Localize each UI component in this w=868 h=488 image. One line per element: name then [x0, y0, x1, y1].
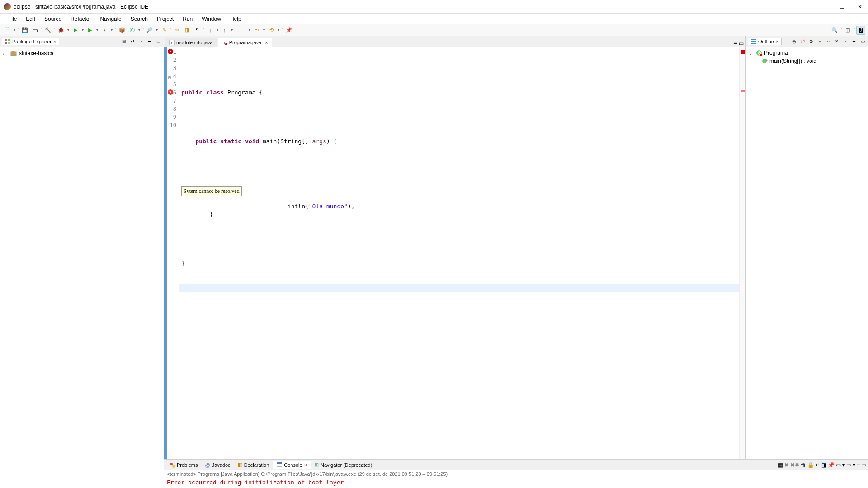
last-edit-icon[interactable]: ⟲ [267, 26, 276, 35]
menu-edit[interactable]: Edit [21, 14, 40, 23]
new-class-icon[interactable]: Ⓖ [127, 26, 137, 35]
terminate-icon[interactable]: ▦ [778, 462, 783, 468]
close-icon[interactable]: × [265, 40, 268, 45]
prev-annotation-icon[interactable]: ↑ [220, 26, 229, 35]
menu-run[interactable]: Run [178, 14, 197, 23]
search-icon[interactable]: ✎ [160, 26, 169, 35]
new-icon[interactable]: 📄 [3, 26, 12, 35]
hide-icon[interactable]: ⊘ [807, 38, 815, 45]
remove-all-icon[interactable]: ✖✖ [790, 462, 799, 468]
coverage-icon[interactable]: ▶ [85, 26, 94, 35]
editor-tab-programa[interactable]: J Programa.java × [218, 38, 272, 47]
problems-tab[interactable]: Problems [166, 461, 201, 469]
maximize-editor-icon[interactable]: ▭ [739, 40, 744, 47]
new-package-icon[interactable]: 📦 [118, 26, 127, 35]
ruler-error-icon[interactable] [741, 50, 745, 54]
pin-console-icon[interactable]: 📌 [828, 462, 835, 468]
dropdown-icon[interactable]: ▾ [248, 28, 251, 32]
toggle-mark-icon[interactable]: ✏ [173, 26, 182, 35]
collapse-all-icon[interactable]: ⊟ [120, 38, 127, 45]
filter-icon[interactable]: ● [816, 38, 823, 45]
project-node[interactable]: › sintaxe-basica [3, 49, 161, 58]
minimize-button[interactable]: ─ [819, 2, 828, 11]
menu-help[interactable]: Help [226, 14, 246, 23]
clear-icon[interactable]: 🗑 [801, 462, 806, 468]
save-icon[interactable]: 💾 [20, 26, 29, 35]
maximize-view-icon[interactable]: ▭ [861, 462, 866, 468]
overview-ruler[interactable] [739, 47, 745, 459]
minimize-view-icon[interactable]: ━ [850, 38, 858, 45]
menu-source[interactable]: Source [40, 14, 66, 23]
chevron-down-icon[interactable]: ⌄ [749, 51, 754, 56]
run-last-icon[interactable]: 🞂 [100, 26, 109, 35]
navigator-tab[interactable]: ⊞ Navigator (Deprecated) [311, 461, 376, 469]
quick-access-icon[interactable]: 🔍 [830, 26, 839, 35]
editor-tab-moduleinfo[interactable]: J module-info.java [165, 38, 217, 47]
show-whitespace-icon[interactable]: ¶ [193, 26, 202, 35]
back-icon[interactable]: ⬸ [238, 26, 247, 35]
fold-icon[interactable]: ⊟ [168, 74, 171, 82]
close-icon[interactable]: × [53, 39, 56, 44]
menu-navigate[interactable]: Navigate [95, 14, 126, 23]
console-output[interactable]: Error occurred during initialization of … [164, 478, 868, 488]
error-icon[interactable]: ✖ [168, 89, 173, 95]
dropdown-icon[interactable]: ▾ [842, 462, 845, 468]
outline-method-node[interactable]: s main(String[]) : void [749, 57, 865, 65]
open-perspective-icon[interactable]: ◫ [843, 26, 852, 35]
menu-window[interactable]: Window [197, 14, 226, 23]
outline-tab[interactable]: Outline × [748, 38, 782, 45]
code-editor[interactable]: public class Programa { public static vo… [179, 47, 739, 459]
next-annotation-icon[interactable]: ↓ [206, 26, 215, 35]
show-console-icon[interactable]: ◨ [821, 462, 826, 468]
filter3-icon[interactable]: ✕ [833, 38, 840, 45]
sort-icon[interactable]: ↓ᴬ [799, 38, 806, 45]
dropdown-icon[interactable]: ▾ [262, 28, 266, 32]
package-explorer-tab[interactable]: Package Explorer × [2, 38, 59, 45]
dropdown-icon[interactable]: ▾ [853, 462, 855, 468]
open-console-icon[interactable]: ▭ [846, 462, 851, 468]
minimize-view-icon[interactable]: ━ [857, 462, 860, 468]
ruler-mark-icon[interactable] [741, 90, 745, 92]
menu-project[interactable]: Project [152, 14, 178, 23]
minimize-editor-icon[interactable]: ━ [734, 40, 737, 47]
declaration-tab[interactable]: ◧ Declaration [234, 461, 273, 469]
pin-icon[interactable]: 📌 [284, 26, 293, 35]
console-tab[interactable]: Console × [273, 461, 311, 469]
display-selected-icon[interactable]: ▭ [836, 462, 841, 468]
save-all-icon[interactable]: 🗃 [30, 26, 39, 35]
close-icon[interactable]: × [304, 462, 307, 468]
dropdown-icon[interactable]: ▾ [95, 28, 99, 32]
view-menu-icon[interactable]: ⋮ [842, 38, 849, 45]
close-button[interactable]: ✕ [855, 2, 864, 11]
build-icon[interactable]: 🔨 [43, 26, 52, 35]
dropdown-icon[interactable]: ▾ [216, 28, 219, 32]
focus-icon[interactable]: ◎ [790, 38, 797, 45]
dropdown-icon[interactable]: ▾ [81, 28, 85, 32]
link-editor-icon[interactable]: ⇄ [129, 38, 136, 45]
menu-search[interactable]: Search [126, 14, 152, 23]
maximize-view-icon[interactable]: ▭ [155, 38, 162, 45]
toggle-block-icon[interactable]: ◨ [183, 26, 192, 35]
word-wrap-icon[interactable]: ↵ [816, 462, 820, 468]
minimize-view-icon[interactable]: ━ [146, 38, 153, 45]
filter2-icon[interactable]: ○ [825, 38, 832, 45]
error-icon[interactable]: ✖ [168, 49, 173, 54]
maximize-view-icon[interactable]: ▭ [859, 38, 866, 45]
dropdown-icon[interactable]: ▾ [66, 28, 70, 32]
run-icon[interactable]: ▶ [71, 26, 80, 35]
maximize-button[interactable]: ☐ [837, 2, 846, 11]
scroll-lock-icon[interactable]: 🔒 [807, 462, 814, 468]
outline-class-node[interactable]: ⌄ Θ Programa [749, 49, 865, 57]
java-perspective-icon[interactable]: 🅹 [856, 26, 865, 35]
dropdown-icon[interactable]: ▾ [155, 28, 159, 32]
open-type-icon[interactable]: 🔎 [145, 26, 154, 35]
close-icon[interactable]: × [776, 39, 778, 44]
forward-icon[interactable]: ⤳ [252, 26, 261, 35]
chevron-right-icon[interactable]: › [3, 51, 8, 56]
javadoc-tab[interactable]: @ Javadoc [201, 461, 234, 469]
remove-launch-icon[interactable]: ✖ [784, 462, 789, 468]
menu-file[interactable]: File [4, 14, 21, 23]
debug-icon[interactable]: 🐞 [57, 26, 66, 35]
view-menu-icon[interactable]: ⋮ [137, 38, 145, 45]
menu-refactor[interactable]: Refactor [66, 14, 95, 23]
